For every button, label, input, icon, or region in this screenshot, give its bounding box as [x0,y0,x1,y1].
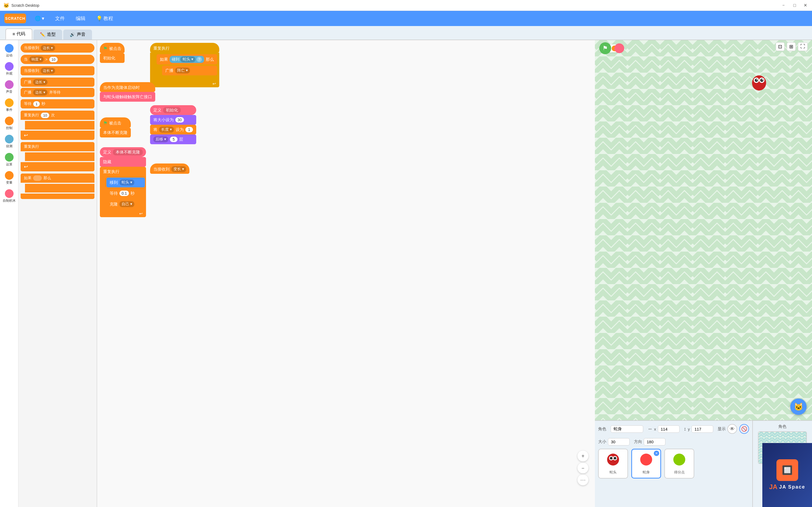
touch-condition[interactable]: 碰到 蛇头 ▾ ? [170,56,204,63]
fullscreen-button[interactable]: ⛶ [798,42,808,51]
block-broadcast-wait[interactable]: 广播 边长 ▾ 并等待 [20,88,94,97]
zoom-in-button[interactable]: + [577,451,589,461]
sprite-card-scorepoint[interactable]: 得分点 [664,449,694,478]
flag-icon-2: ⚑ [103,120,107,126]
block-green-flag-1[interactable]: ⚑ 被点击 [100,43,124,53]
block-receive2[interactable]: 当接收到 边长 ▾ [20,66,94,75]
receive2-dropdown[interactable]: 边长 ▾ [41,68,55,74]
category-motion[interactable]: 运动 [1,42,17,59]
block-clone-self[interactable]: 克隆 自己 ▾ [106,199,145,209]
back-dir[interactable]: 后移 ▾ [153,136,168,142]
size-val[interactable]: 30 [175,117,184,122]
globe-menu[interactable]: 🌐 ▾ [33,14,46,22]
clone-target[interactable]: 自己 ▾ [119,201,134,207]
wait-val[interactable]: 0.1 [119,190,129,196]
block-initialize-1[interactable]: 初始化 [100,53,124,63]
tutorial-menu[interactable]: 💡 教程 [94,14,115,23]
block-when-response[interactable]: 当 响度 ▾ > 10 [20,55,94,64]
define-init-name: 初始化 [163,107,181,113]
custom-circle [5,189,13,198]
flag-icon: ⚑ [603,45,608,52]
scratch-logo[interactable]: SCRATCH [4,13,26,23]
grow-signal[interactable]: 变长 ▾ [171,166,186,172]
category-custom[interactable]: 自制积木 [1,188,17,205]
block-repeat-top[interactable]: 重复执行 [150,43,219,53]
zoom-fit-button[interactable]: ⋯ [577,474,589,485]
block-broadcast[interactable]: 广播 边长 ▾ [20,77,94,87]
stop-button[interactable] [614,43,624,53]
block-set-size[interactable]: 将大小设为 30 [150,115,196,125]
normal-stage-button[interactable]: ⊞ [787,42,796,51]
maximize-button[interactable]: □ [792,2,798,9]
light-icon: 💡 [96,15,102,21]
tab-costume[interactable]: ✏️ 造型 [33,30,62,40]
category-events[interactable]: 事件 [1,97,17,114]
variables-label: 变量 [6,180,12,185]
category-operators[interactable]: 运算 [1,151,17,168]
sprite-size: 大小 [598,438,629,445]
scratch-assistant-button[interactable]: 🐱 [790,399,807,415]
sprite-delete-button[interactable]: ✕ [654,451,659,456]
scripting-area[interactable]: ⚑ 被点击 初始化 重复执行 如果 [97,40,595,507]
receive-dropdown[interactable]: 边长 ▾ [41,45,55,51]
broadcast-wait-dropdown[interactable]: 边长 ▾ [33,90,48,96]
edit-menu[interactable]: 编辑 [73,14,88,23]
category-looks[interactable]: 外观 [1,60,17,77]
broadcast-dropdown[interactable]: 边长 ▾ [33,79,48,85]
block-when-receive[interactable]: 当接收到 边长 ▾ [20,43,94,53]
block-define-init[interactable]: 定义 初始化 [150,105,196,115]
block-wait-secs[interactable]: 等待 1 秒 [20,99,94,108]
file-menu[interactable]: 文件 [53,14,67,23]
block-go-back[interactable]: 后移 ▾ 5 层 [150,134,196,144]
response-dropdown[interactable]: 响度 ▾ [29,56,44,62]
block-clone-loop[interactable]: 本体不断克隆 [100,128,131,137]
block-define-clone[interactable]: 定义 本体不断克隆 [100,147,146,157]
block-value[interactable]: 10 [49,57,58,62]
green-flag-button[interactable]: ⚑ [599,42,611,54]
back-val[interactable]: 5 [170,137,177,142]
block-if[interactable]: 如果 那么 [20,173,94,183]
block-broadcast-die[interactable]: 广播 阵亡 ▾ [162,66,217,75]
size-input[interactable] [608,438,629,445]
var-val[interactable]: 1 [185,127,193,132]
category-control[interactable]: 控制 [1,115,17,132]
block-green-flag-2[interactable]: ⚑ 被点击 [100,117,131,128]
script-container[interactable]: ⚑ 被点击 初始化 重复执行 如果 [97,40,595,507]
block-repeat2-top[interactable]: 重复执行 [100,167,146,176]
x-input[interactable] [658,426,679,433]
block-collision[interactable]: 与蛇头碰触碰触发阵亡接口 [100,92,155,102]
hide-button[interactable]: 🚫 [739,424,749,434]
y-input[interactable] [692,426,713,433]
sprite-name-input[interactable] [611,426,643,433]
svg-point-2 [752,75,766,91]
category-variables[interactable]: 变量 [1,169,17,186]
block-hide[interactable]: 隐藏 [100,157,146,167]
block-forever[interactable]: 重复执行 [20,142,94,151]
direction-input[interactable] [644,438,665,445]
repeat-input[interactable]: 10 [41,113,49,118]
block-if-touch[interactable]: 如果 碰到 蛇头 ▾ ? 那么 [157,54,217,64]
block-wait01[interactable]: 等待 0.1 秒 [106,188,145,198]
die-dropdown[interactable]: 阵亡 ▾ [175,67,190,73]
category-sound[interactable]: 声音 [1,78,17,96]
block-set-var[interactable]: 将 长度 ▾ 设为 1 [150,125,196,134]
block-repeat[interactable]: 重复执行 10 次 [20,111,94,120]
block-move-to[interactable]: 移到 蛇头 ▾ [106,178,145,187]
zoom-out-button[interactable]: － [577,462,589,473]
show-button[interactable]: 👁 [727,424,737,434]
var-name[interactable]: 长度 ▾ [159,127,174,132]
sprite-card-snakehead[interactable]: 蛇头 [598,449,628,478]
tab-code[interactable]: ≡ 代码 [5,29,32,40]
sprite-card-snakebody[interactable]: ✕ 蛇身 [631,449,661,478]
minimize-button[interactable]: － [780,2,787,9]
block-receive-grow[interactable]: 当接收到 变长 ▾ [150,164,190,174]
move-target[interactable]: 蛇头 ▾ [119,179,134,185]
small-stage-button[interactable]: ⊡ [776,42,784,51]
category-sensing[interactable]: 侦测 [1,133,17,150]
close-button[interactable]: ✕ [802,2,809,9]
touch-target[interactable]: 蛇头 ▾ [181,56,195,62]
wait-input[interactable]: 1 [33,101,40,107]
block-clone-start[interactable]: 当作为克隆体启动时 [100,82,155,92]
block-text: 初始化 [103,56,115,61]
tab-sound[interactable]: 🔊 声音 [63,30,92,40]
